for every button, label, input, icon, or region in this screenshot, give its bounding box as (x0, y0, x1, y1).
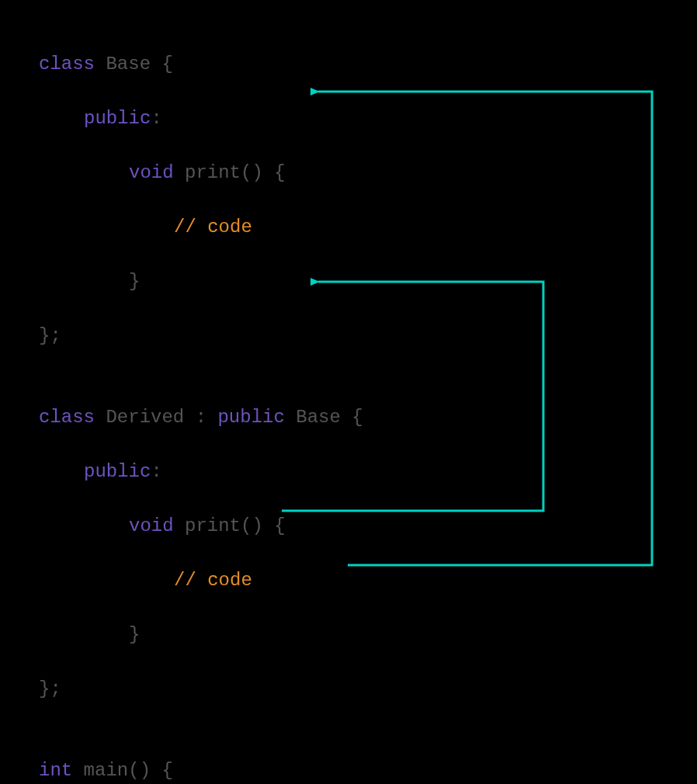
code-comment: // code (174, 217, 252, 238)
code-text: main() { (72, 760, 173, 781)
code-text: Base { (95, 54, 173, 75)
code-block: class Base { public: void print() { // c… (39, 23, 386, 784)
code-text: } (129, 271, 140, 292)
code-text: : (151, 108, 161, 129)
code-text: } (129, 624, 140, 645)
keyword-public: public (84, 108, 151, 129)
code-text: print() { (174, 515, 286, 536)
code-text: }; (39, 678, 61, 699)
keyword-void: void (129, 515, 174, 536)
code-text: print() { (174, 162, 286, 183)
code-line-2: public: (39, 105, 386, 132)
code-text: : (151, 461, 161, 482)
code-line-12: } (39, 621, 386, 648)
code-text: }; (39, 325, 61, 346)
keyword-public: public (217, 407, 284, 428)
code-line-6: }; (39, 322, 386, 349)
code-line-4: // code (39, 213, 386, 241)
code-line-10: void print() { (39, 512, 386, 539)
code-text: Derived : (95, 407, 217, 428)
code-line-1: class Base { (39, 50, 386, 78)
keyword-class: class (39, 407, 95, 428)
keyword-public: public (84, 461, 151, 482)
code-line-13: }; (39, 675, 386, 702)
code-line-15: int main() { (39, 757, 386, 784)
keyword-int: int (39, 760, 72, 781)
code-comment: // code (174, 570, 252, 591)
keyword-class: class (39, 54, 95, 75)
keyword-void: void (129, 162, 174, 183)
code-line-5: } (39, 268, 386, 295)
code-line-3: void print() { (39, 159, 386, 186)
code-line-9: public: (39, 458, 386, 485)
code-line-11: // code (39, 567, 386, 594)
code-text: Base { (285, 407, 363, 428)
code-line-8: class Derived : public Base { (39, 404, 386, 431)
